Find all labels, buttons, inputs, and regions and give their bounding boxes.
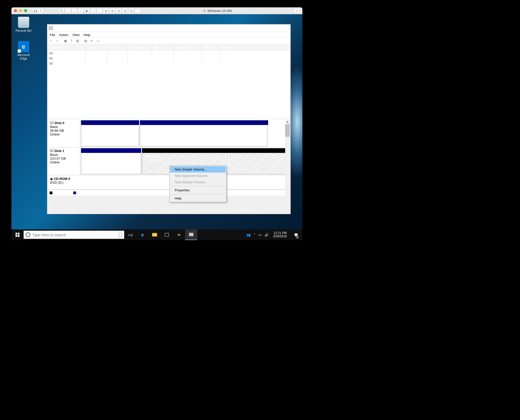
mac-tool-headphones-icon[interactable]: ∩ xyxy=(97,8,102,13)
mac-tool-4-icon[interactable]: ▤ xyxy=(128,8,134,13)
ctx-new-striped-volume: New Striped Volume... xyxy=(170,179,226,185)
mac-vm-title-text: Windows 10 x64 xyxy=(207,9,232,13)
disk1-p1-bar xyxy=(81,148,141,153)
mac-tool-camera-icon[interactable]: ▭ xyxy=(90,8,96,13)
search-box[interactable] xyxy=(24,231,124,239)
tray-volume-icon[interactable]: 🔊 xyxy=(265,233,269,237)
taskbar-clock[interactable]: 12:21 PM 3/18/2019 xyxy=(272,231,288,238)
col-pct[interactable]: % Free xyxy=(220,45,239,50)
volume-icon xyxy=(50,57,53,59)
system-tray: 👥 ˄ ▭ 🔊 12:21 PM 3/18/2019 💬1 xyxy=(245,229,302,240)
legend-unalloc-label: Unallocated xyxy=(54,191,72,195)
mac-tool-disk-icon[interactable]: ⌂ xyxy=(71,8,77,13)
mac-fullscreen-button[interactable]: ⧉ xyxy=(294,8,300,13)
ctx-properties[interactable]: Properties xyxy=(170,187,226,193)
taskbar-edge[interactable]: e xyxy=(136,229,149,240)
toolbar-help-icon[interactable]: ? xyxy=(69,38,74,43)
scrollbar-thumb[interactable] xyxy=(285,124,290,137)
svg-rect-2 xyxy=(15,235,17,237)
cdrom-label[interactable]: ◉ CD-ROM 0 DVD (D:) xyxy=(48,175,80,189)
context-menu: New Simple Volume... New Spanned Volume.… xyxy=(169,165,226,202)
menu-file[interactable]: File xyxy=(50,33,55,37)
dm-titlebar[interactable]: Disk Management — ☐ ✕ xyxy=(47,24,290,32)
mac-tool-back-icon[interactable]: ‹ xyxy=(135,8,140,13)
legend: Unallocated Primary partition xyxy=(48,190,290,196)
mac-close-button[interactable] xyxy=(14,9,17,12)
taskbar-explorer[interactable] xyxy=(149,229,161,240)
volume-row[interactable]: (Disk 0 partition 1) Simple Basic Health… xyxy=(48,56,290,61)
start-button[interactable] xyxy=(11,229,24,240)
disk-row-cdrom: ◉ CD-ROM 0 DVD (D:) xyxy=(48,175,290,190)
tray-chevron-up-icon[interactable]: ˄ xyxy=(254,233,255,237)
toolbar-view-icon[interactable]: ▦ xyxy=(62,38,68,43)
task-view-button[interactable]: ▭▯ xyxy=(124,229,136,240)
ctx-new-simple-volume[interactable]: New Simple Volume... xyxy=(170,166,226,173)
mac-tool-sound-icon[interactable]: 🔊 xyxy=(84,8,90,13)
toolbar-action1-icon[interactable]: ▤ xyxy=(83,38,88,43)
edge-icon: e xyxy=(18,41,29,52)
mac-tool-3-icon[interactable]: ▤ xyxy=(122,8,128,13)
windows-desktop[interactable]: Recycle Bin e Microsoft Edge Disk Manage… xyxy=(11,14,302,240)
menu-help[interactable]: Help xyxy=(84,33,90,37)
ctx-separator xyxy=(171,194,225,194)
toolbar-list-icon[interactable]: ▥ xyxy=(75,38,80,43)
mac-zoom-button[interactable] xyxy=(24,9,27,12)
disk1-label[interactable]: Disk 1 Basic 223.57 GB Online xyxy=(48,147,80,175)
scrollbar[interactable]: ▴ xyxy=(285,120,290,207)
mac-tool-wrench-icon[interactable]: 🔧 xyxy=(59,8,64,13)
mic-icon[interactable] xyxy=(119,232,122,237)
volume-list-body: (C:) Simple Basic NTFS Healthy (B... 59.… xyxy=(48,51,290,118)
mac-minimize-button[interactable] xyxy=(19,9,22,12)
dm-toolbar: ⬅ ➡ ▦ ? ▥ ▤ ✔ ▭ xyxy=(47,38,290,44)
menu-view[interactable]: View xyxy=(72,33,79,37)
toolbar-check-icon[interactable]: ✔ xyxy=(89,38,94,43)
taskbar-mail[interactable]: ✉ xyxy=(173,229,185,240)
mac-tool-2-icon[interactable]: ▤ xyxy=(116,8,121,13)
disk0-p2-bar xyxy=(140,120,268,125)
taskbar-disk-management[interactable] xyxy=(185,229,197,240)
col-layout[interactable]: Layout xyxy=(86,45,107,50)
recycle-bin-label: Recycle Bin xyxy=(14,29,33,32)
desktop-icon-recycle-bin[interactable]: Recycle Bin xyxy=(14,17,33,32)
toolbar-action2-icon[interactable]: ▭ xyxy=(95,38,101,43)
mac-tool-mouse-icon[interactable]: ◉ xyxy=(103,8,109,13)
mac-tool-user-icon[interactable]: ☺ xyxy=(78,8,83,13)
cortana-icon xyxy=(26,232,30,237)
menu-action[interactable]: Action xyxy=(59,33,68,37)
disk0-partition-2[interactable]: (C:) 59.68 GB NTFS Healthy (Boot, Page F… xyxy=(140,125,267,146)
disk0-p1-bar xyxy=(81,120,139,125)
disk0-label[interactable]: Disk 0 Basic 59.88 GB Online xyxy=(48,120,80,147)
dm-menubar: File Action View Help xyxy=(47,32,290,38)
col-free[interactable]: Free Sp... xyxy=(202,45,220,50)
col-type[interactable]: Type xyxy=(107,45,127,50)
disk1-partition-1[interactable]: 200 MB Healthy (EFI System Partition) xyxy=(81,153,141,174)
windows-logo-icon xyxy=(15,233,20,237)
search-input[interactable] xyxy=(32,233,117,237)
col-status[interactable]: Status xyxy=(152,45,174,50)
mac-pause-group[interactable]: ❚❚ ⧉ xyxy=(32,8,43,13)
volume-icon xyxy=(50,52,53,54)
disk-graphical-view: Disk 0 Basic 59.88 GB Online xyxy=(48,119,290,213)
volume-row[interactable]: (C:) Simple Basic NTFS Healthy (B... 59.… xyxy=(48,51,290,56)
close-button[interactable]: ✕ xyxy=(278,25,289,32)
minimize-button[interactable]: — xyxy=(255,25,266,32)
volume-row[interactable]: (Disk 1 partition 1) Simple Basic Health… xyxy=(48,61,290,66)
desktop-icon-edge[interactable]: e Microsoft Edge xyxy=(14,41,33,60)
tray-network-icon[interactable]: ▭ xyxy=(258,233,262,237)
col-capacity[interactable]: Capacity xyxy=(174,45,202,50)
svg-rect-3 xyxy=(18,235,20,237)
clock-date: 3/18/2019 xyxy=(273,235,287,238)
ctx-new-spanned-volume: New Spanned Volume... xyxy=(170,173,226,179)
mac-tool-resize-icon[interactable]: ↔ xyxy=(65,8,71,13)
vm-icon xyxy=(203,9,206,12)
disk-row-1: Disk 1 Basic 223.57 GB Online xyxy=(48,147,290,175)
action-center-button[interactable]: 💬1 xyxy=(291,229,301,240)
col-fs[interactable]: File System xyxy=(127,45,152,50)
ctx-help[interactable]: Help xyxy=(170,195,226,201)
maximize-button[interactable]: ☐ xyxy=(266,25,278,32)
col-volume[interactable]: Volume xyxy=(48,45,86,50)
disk0-partition-1[interactable]: 200 MB Healthy (EFI System Partition) xyxy=(81,125,139,146)
tray-people-icon[interactable]: 👥 xyxy=(247,233,251,237)
taskbar-store[interactable] xyxy=(161,229,173,240)
mac-tool-1-icon[interactable]: ▤ xyxy=(109,8,115,13)
